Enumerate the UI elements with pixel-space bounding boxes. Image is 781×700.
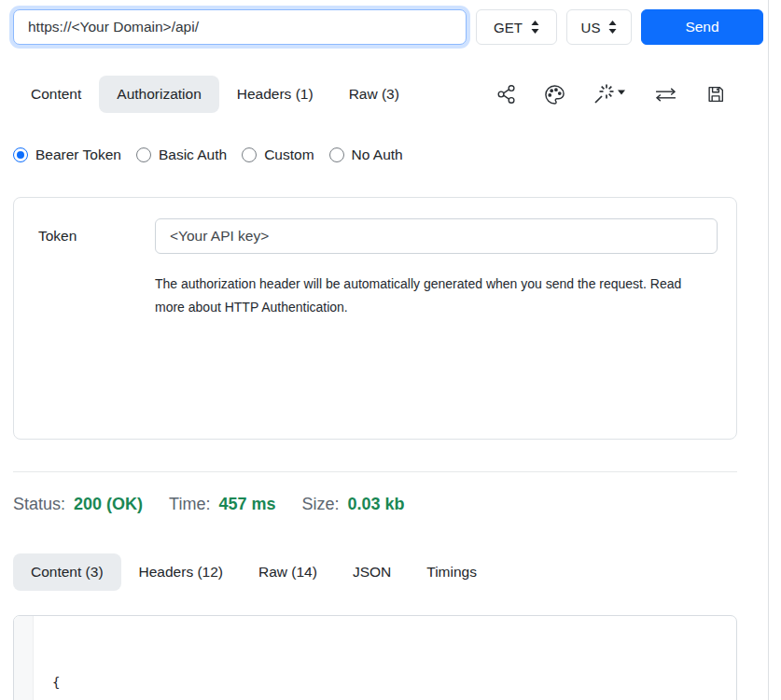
location-select-value: US <box>581 20 601 35</box>
auth-option-custom[interactable]: Custom <box>242 147 314 163</box>
tab-response-json[interactable]: JSON <box>335 553 409 591</box>
tab-headers[interactable]: Headers (1) <box>219 76 331 113</box>
method-select[interactable]: GET <box>476 9 557 45</box>
updown-arrows-icon <box>531 21 539 34</box>
auth-option-bearer-token[interactable]: Bearer Token <box>13 147 121 163</box>
response-json-code: { "message": "API running." } <box>34 616 281 700</box>
token-row: Token <box>38 218 736 254</box>
palette-icon[interactable] <box>544 84 565 105</box>
code-gutter <box>14 616 34 700</box>
auth-type-options: Bearer Token Basic Auth Custom No Auth <box>13 147 781 163</box>
auth-option-label: Bearer Token <box>35 147 121 163</box>
response-tabs: Content (3) Headers (12) Raw (14) JSON T… <box>13 553 737 591</box>
time-label: Time: <box>169 495 210 514</box>
url-input[interactable] <box>13 9 467 45</box>
tab-response-headers[interactable]: Headers (12) <box>121 553 241 591</box>
time-value: 457 ms <box>218 495 275 514</box>
tab-response-timings[interactable]: Timings <box>409 553 495 591</box>
save-icon[interactable] <box>705 84 726 105</box>
auth-option-label: Custom <box>264 147 314 163</box>
method-select-value: GET <box>494 20 523 35</box>
updown-arrows-icon <box>608 21 617 34</box>
radio-unselected-icon <box>329 147 344 162</box>
token-input[interactable] <box>155 218 718 254</box>
radio-unselected-icon <box>136 147 151 162</box>
request-toolbar <box>496 83 726 105</box>
page-right-border <box>768 0 769 700</box>
size-item: Size: 0.03 kb <box>301 495 404 514</box>
tab-content[interactable]: Content <box>13 76 99 113</box>
request-bar: GET US Send <box>13 9 781 45</box>
bearer-token-panel: Token The authorization header will be a… <box>13 197 737 440</box>
auth-option-basic-auth[interactable]: Basic Auth <box>136 147 227 163</box>
send-button[interactable]: Send <box>641 9 763 45</box>
status-value: 200 (OK) <box>74 495 143 514</box>
size-value: 0.03 kb <box>348 495 405 514</box>
share-icon[interactable] <box>496 84 517 105</box>
swap-icon[interactable] <box>653 86 678 104</box>
auth-option-no-auth[interactable]: No Auth <box>329 147 403 163</box>
radio-unselected-icon <box>242 147 257 162</box>
token-help-text: The authorization header will be automat… <box>155 273 704 319</box>
tab-authorization[interactable]: Authorization <box>99 76 218 113</box>
status-label: Status: <box>13 495 65 514</box>
response-body-viewer: { "message": "API running." } <box>13 615 737 700</box>
tab-response-content[interactable]: Content (3) <box>13 553 121 591</box>
location-select[interactable]: US <box>566 9 632 45</box>
size-label: Size: <box>301 495 339 514</box>
response-status-row: Status: 200 (OK) Time: 457 ms Size: 0.03… <box>13 495 781 514</box>
auth-option-label: No Auth <box>352 147 403 163</box>
code-line: { <box>52 671 281 694</box>
status-code-item: Status: 200 (OK) <box>13 495 143 514</box>
api-client-page: GET US Send Content Authorization Header… <box>0 0 781 700</box>
tab-raw[interactable]: Raw (3) <box>331 76 417 113</box>
token-label: Token <box>38 228 155 245</box>
tab-response-raw[interactable]: Raw (14) <box>241 553 335 591</box>
magic-wand-dropdown-icon[interactable] <box>593 83 626 105</box>
auth-option-label: Basic Auth <box>159 147 227 163</box>
request-tabs: Content Authorization Headers (1) Raw (3… <box>13 76 737 113</box>
section-divider <box>13 471 737 472</box>
radio-selected-icon <box>13 147 28 162</box>
time-item: Time: 457 ms <box>169 495 275 514</box>
